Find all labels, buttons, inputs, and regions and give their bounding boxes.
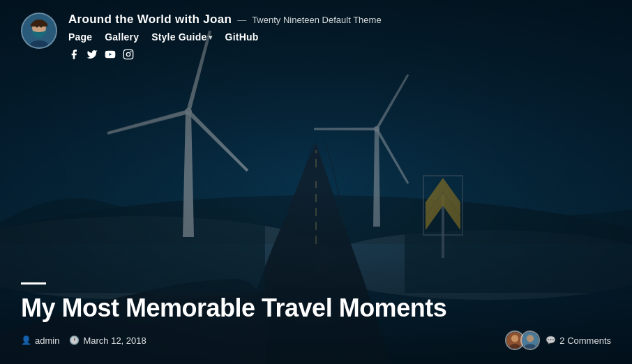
- site-info: Around the World with Joan — Twenty Nine…: [68, 13, 382, 60]
- avatar[interactable]: [21, 13, 57, 49]
- svg-point-25: [126, 52, 130, 56]
- post-author: 👤 admin: [21, 335, 59, 346]
- comments-count[interactable]: 💬 2 Comments: [546, 335, 611, 346]
- author-icon: 👤: [21, 335, 31, 345]
- social-icons: [68, 49, 382, 60]
- svg-point-28: [511, 335, 518, 342]
- nav-item-style-guide[interactable]: Style Guide ▾: [151, 31, 212, 43]
- post-meta-right: 💬 2 Comments: [505, 331, 611, 350]
- site-tagline: Twenty Nineteen Default Theme: [252, 15, 381, 25]
- svg-point-22: [40, 26, 43, 28]
- calendar-icon: 🕐: [69, 335, 80, 345]
- nav-link-style-guide[interactable]: Style Guide ▾: [151, 31, 212, 43]
- main-nav: Page Gallery Style Guide ▾ GitHub: [68, 31, 382, 43]
- svg-point-30: [527, 335, 534, 342]
- post-title: My Most Memorable Travel Moments: [21, 294, 611, 322]
- post-divider: [21, 282, 46, 285]
- nav-link-page[interactable]: Page: [68, 31, 92, 43]
- chevron-down-icon: ▾: [209, 33, 212, 41]
- site-header: Around the World with Joan — Twenty Nine…: [0, 0, 632, 67]
- site-separator: —: [237, 15, 246, 25]
- nav-link-gallery[interactable]: Gallery: [105, 31, 139, 43]
- twitter-icon[interactable]: [86, 49, 98, 60]
- post-date: 🕐 March 12, 2018: [69, 335, 146, 346]
- commenter-avatar-2: [520, 331, 540, 350]
- youtube-icon[interactable]: [105, 49, 116, 60]
- svg-point-21: [36, 26, 38, 28]
- nav-link-github[interactable]: GitHub: [225, 31, 259, 43]
- facebook-icon[interactable]: [68, 49, 80, 60]
- instagram-icon[interactable]: [123, 49, 134, 60]
- commenter-avatars: [505, 331, 540, 350]
- site-title: Around the World with Joan: [68, 13, 232, 26]
- comment-icon: 💬: [546, 335, 556, 345]
- svg-point-26: [130, 51, 132, 52]
- nav-item-gallery[interactable]: Gallery: [105, 31, 139, 43]
- post-footer: My Most Memorable Travel Moments 👤 admin…: [0, 282, 632, 364]
- site-title-row: Around the World with Joan — Twenty Nine…: [68, 13, 382, 26]
- post-meta: 👤 admin 🕐 March 12, 2018: [21, 331, 611, 350]
- svg-rect-24: [123, 50, 133, 59]
- nav-item-page[interactable]: Page: [68, 31, 92, 43]
- nav-item-github[interactable]: GitHub: [225, 31, 259, 43]
- post-meta-left: 👤 admin 🕐 March 12, 2018: [21, 335, 146, 346]
- nav-menu: Page Gallery Style Guide ▾ GitHub: [68, 31, 382, 43]
